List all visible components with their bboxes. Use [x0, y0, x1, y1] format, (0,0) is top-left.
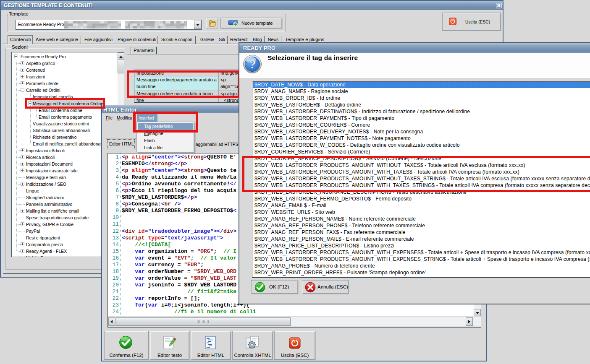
svg-text:?: ?: [249, 57, 256, 71]
